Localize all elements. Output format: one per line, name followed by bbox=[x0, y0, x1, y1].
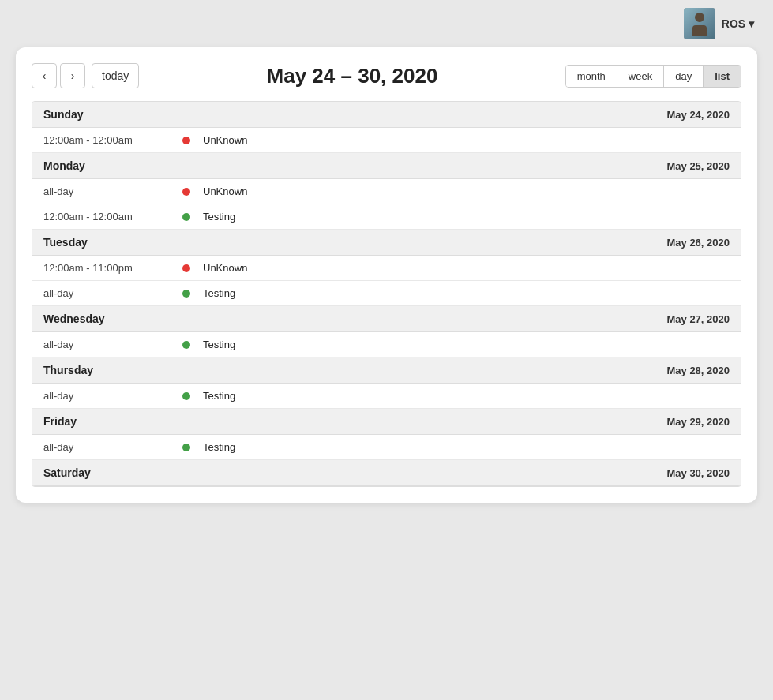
event-time: all-day bbox=[43, 287, 170, 299]
view-selector: month week day list bbox=[565, 65, 741, 88]
day-date: May 24, 2020 bbox=[666, 109, 730, 121]
nav-controls: ‹ › today bbox=[32, 63, 139, 88]
event-color-dot bbox=[182, 444, 190, 451]
event-title: Testing bbox=[203, 211, 235, 223]
event-color-dot bbox=[182, 290, 190, 298]
main-card: ‹ › today May 24 – 30, 2020 month week d… bbox=[16, 47, 757, 503]
day-header: TuesdayMay 26, 2020 bbox=[32, 230, 741, 256]
event-row[interactable]: 12:00am - 11:00pmUnKnown bbox=[32, 256, 741, 281]
event-color-dot bbox=[182, 188, 190, 196]
day-group: SaturdayMay 30, 2020 bbox=[32, 460, 741, 486]
event-time: all-day bbox=[43, 339, 170, 350]
event-row[interactable]: all-dayTesting bbox=[32, 435, 741, 460]
event-title: Testing bbox=[203, 287, 235, 299]
day-name: Thursday bbox=[43, 364, 93, 376]
event-time: 12:00am - 12:00am bbox=[43, 211, 170, 223]
user-menu[interactable]: ROS ▾ bbox=[684, 8, 760, 39]
day-name: Tuesday bbox=[43, 236, 88, 249]
day-name: Friday bbox=[43, 415, 77, 428]
event-row[interactable]: 12:00am - 12:00amUnKnown bbox=[32, 128, 741, 153]
event-row[interactable]: all-dayTesting bbox=[32, 332, 741, 357]
day-group: ThursdayMay 28, 2020all-dayTesting bbox=[32, 357, 741, 409]
day-date: May 28, 2020 bbox=[666, 365, 730, 376]
day-group: TuesdayMay 26, 202012:00am - 11:00pmUnKn… bbox=[32, 230, 741, 306]
prev-button[interactable]: ‹ bbox=[32, 63, 57, 88]
next-button[interactable]: › bbox=[60, 63, 85, 88]
event-color-dot bbox=[182, 392, 190, 400]
day-name: Monday bbox=[43, 159, 85, 172]
day-date: May 29, 2020 bbox=[666, 416, 730, 428]
avatar bbox=[684, 8, 715, 39]
event-title: Testing bbox=[203, 390, 235, 402]
event-color-dot bbox=[182, 137, 190, 144]
calendar-list: SundayMay 24, 202012:00am - 12:00amUnKno… bbox=[32, 101, 741, 487]
calendar-header: ‹ › today May 24 – 30, 2020 month week d… bbox=[32, 63, 741, 88]
event-time: all-day bbox=[43, 390, 170, 402]
week-view-button[interactable]: week bbox=[617, 66, 664, 87]
day-name: Wednesday bbox=[43, 313, 105, 325]
day-date: May 26, 2020 bbox=[666, 237, 730, 249]
day-header: SaturdayMay 30, 2020 bbox=[32, 460, 741, 486]
event-time: 12:00am - 12:00am bbox=[43, 134, 170, 146]
event-color-dot bbox=[182, 341, 190, 349]
event-title: Testing bbox=[203, 441, 235, 453]
day-date: May 27, 2020 bbox=[666, 313, 730, 325]
event-title: UnKnown bbox=[203, 262, 247, 274]
event-time: all-day bbox=[43, 441, 170, 453]
day-header: MondayMay 25, 2020 bbox=[32, 153, 741, 179]
event-row[interactable]: all-dayTesting bbox=[32, 281, 741, 306]
month-view-button[interactable]: month bbox=[566, 66, 617, 87]
event-row[interactable]: 12:00am - 12:00amTesting bbox=[32, 204, 741, 230]
event-title: UnKnown bbox=[203, 185, 247, 197]
event-color-dot bbox=[182, 213, 190, 221]
top-bar: ROS ▾ bbox=[0, 0, 773, 47]
calendar-title: May 24 – 30, 2020 bbox=[267, 64, 438, 88]
day-header: WednesdayMay 27, 2020 bbox=[32, 306, 741, 332]
event-title: UnKnown bbox=[203, 134, 247, 146]
day-view-button[interactable]: day bbox=[664, 66, 704, 87]
day-name: Saturday bbox=[43, 466, 91, 479]
day-header: ThursdayMay 28, 2020 bbox=[32, 357, 741, 384]
day-group: MondayMay 25, 2020all-dayUnKnown12:00am … bbox=[32, 153, 741, 230]
event-time: 12:00am - 11:00pm bbox=[43, 262, 170, 274]
list-view-button[interactable]: list bbox=[704, 66, 741, 87]
day-name: Sunday bbox=[43, 108, 84, 121]
user-name: ROS ▾ bbox=[722, 17, 754, 30]
event-row[interactable]: all-dayUnKnown bbox=[32, 179, 741, 204]
today-button[interactable]: today bbox=[92, 63, 139, 88]
day-date: May 25, 2020 bbox=[666, 160, 730, 172]
day-group: SundayMay 24, 202012:00am - 12:00amUnKno… bbox=[32, 102, 741, 153]
event-title: Testing bbox=[203, 339, 235, 350]
event-time: all-day bbox=[43, 185, 170, 197]
day-date: May 30, 2020 bbox=[666, 467, 730, 479]
day-header: FridayMay 29, 2020 bbox=[32, 409, 741, 435]
day-header: SundayMay 24, 2020 bbox=[32, 102, 741, 128]
day-group: WednesdayMay 27, 2020all-dayTesting bbox=[32, 306, 741, 357]
event-row[interactable]: all-dayTesting bbox=[32, 384, 741, 409]
event-color-dot bbox=[182, 264, 190, 272]
day-group: FridayMay 29, 2020all-dayTesting bbox=[32, 409, 741, 460]
